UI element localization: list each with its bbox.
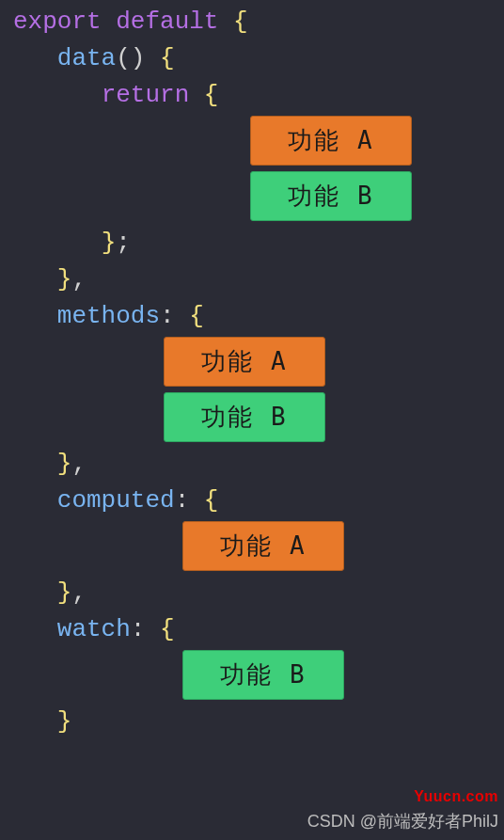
colon: :: [160, 302, 175, 330]
pill-row: 功能 A: [13, 114, 504, 169]
brace-close: }: [57, 578, 72, 607]
watermark-site: Yuucn.com: [414, 785, 498, 808]
feature-b-pill: 功能 B: [164, 392, 325, 442]
feature-b-pill: 功能 B: [182, 650, 344, 700]
comma: ,: [71, 578, 87, 607]
line-close-computed: },: [13, 575, 504, 611]
pill-row: 功能 A: [13, 519, 504, 575]
comma: ,: [71, 450, 87, 478]
watermark-csdn: CSDN @前端爱好者PhilJ: [307, 809, 498, 834]
brace-close: }: [57, 450, 72, 478]
brace-open: {: [189, 302, 204, 330]
feature-a-pill: 功能 A: [182, 521, 344, 571]
line-export: export default {: [13, 4, 504, 40]
line-methods: methods: {: [13, 298, 504, 335]
prop-methods: methods: [57, 302, 160, 330]
brace-open: {: [204, 81, 219, 109]
code-block: export default { data() { return { 功能 A …: [0, 0, 504, 740]
kw-return: return: [102, 81, 190, 109]
prop-watch: watch: [57, 615, 131, 643]
brace-open: {: [233, 8, 248, 36]
pill-row: 功能 B: [13, 648, 504, 704]
line-close-data: },: [13, 262, 504, 298]
line-computed: computed: {: [13, 483, 504, 519]
method-data: data: [57, 44, 116, 72]
brace-open: {: [204, 486, 219, 515]
kw-default: default: [116, 8, 218, 36]
kw-export: export: [13, 8, 102, 36]
brace-open: {: [160, 615, 175, 643]
brace-close: }: [57, 707, 72, 736]
line-data: data() {: [13, 40, 504, 77]
paren-close: ): [131, 44, 146, 72]
semicolon: ;: [116, 229, 131, 257]
feature-a-pill: 功能 A: [164, 337, 325, 387]
pill-row: 功能 A: [13, 335, 504, 390]
comma: ,: [71, 265, 87, 293]
feature-a-pill: 功能 A: [250, 116, 412, 166]
brace-close: }: [57, 265, 72, 293]
line-close-watch: }: [13, 704, 504, 740]
line-return: return {: [13, 77, 504, 114]
feature-b-pill: 功能 B: [250, 171, 412, 221]
line-watch: watch: {: [13, 611, 504, 648]
pill-row: 功能 B: [13, 390, 504, 446]
prop-computed: computed: [57, 486, 175, 515]
line-close-return: };: [13, 225, 504, 262]
colon: :: [131, 615, 146, 643]
brace-open: {: [160, 44, 175, 72]
colon: :: [175, 486, 190, 515]
line-close-methods: },: [13, 446, 504, 483]
paren-open: (: [116, 44, 131, 72]
brace-close: }: [102, 229, 117, 257]
pill-row: 功能 B: [13, 169, 504, 225]
